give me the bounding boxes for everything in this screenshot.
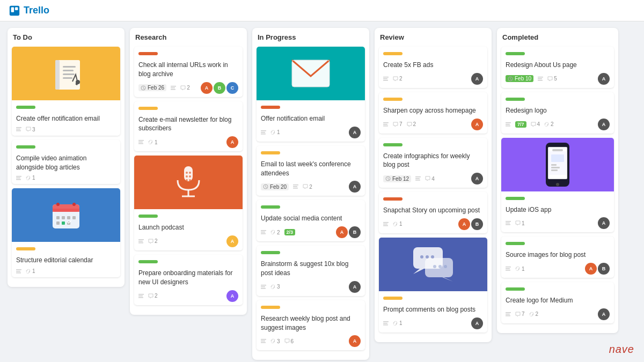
svg-point-47 [189,179,191,181]
card-avatars-res-2: A [226,136,238,148]
svg-rect-62 [293,188,298,189]
svg-point-46 [189,175,191,178]
card-label-comp-5 [506,287,525,291]
card-rev-3[interactable]: Create infographics for weekly blog post… [379,138,487,188]
svg-rect-111 [551,154,564,162]
svg-rect-4 [55,60,60,90]
card-comp-2[interactable]: Redesign logo7/7 4 2A [501,92,614,134]
card-label-rev-3 [383,143,402,146]
svg-rect-123 [506,315,510,316]
card-meta-ip-2: Feb 20 2A [261,181,361,193]
card-ip-1[interactable]: Offer notification email 1A [257,47,365,142]
svg-rect-108 [552,149,563,151]
svg-rect-70 [261,341,265,342]
card-avatars-ip-5: A [349,335,361,347]
card-todo-1[interactable]: Create offer notification email 3 [12,47,120,136]
card-label-todo-3 [16,247,35,250]
svg-rect-58 [261,134,266,135]
svg-rect-63 [261,230,266,231]
svg-rect-7 [63,73,75,75]
card-comments: 7 [515,311,525,317]
card-label-rev-5 [383,297,402,300]
card-res-3[interactable]: Launch podcast 2A [134,156,243,250]
card-rev-1[interactable]: Create 5x FB ads 2A [379,47,487,88]
card-desc-icon [138,239,144,244]
svg-rect-95 [383,321,389,322]
svg-point-94 [444,265,447,268]
svg-rect-83 [383,224,387,225]
card-avatars-rev-2: A [471,119,483,130]
card-attachments: 3 [270,284,280,290]
svg-rect-102 [506,122,511,123]
svg-point-21 [72,203,76,206]
card-meta-comp-3: 1A [506,217,610,229]
card-attachments: 3 [270,338,280,344]
card-desc-icon [16,127,21,132]
column-inprogress: In ProgressOffer notification email 1AEm… [252,28,369,360]
card-comp-3[interactable]: Update iOS app 1A [501,138,614,233]
card-meta-todo-1: 3 [16,127,116,132]
card-todo-3[interactable]: Structure editorial calendar 1 [12,188,120,277]
card-res-2[interactable]: Create e-mail newsletter for blog subscr… [134,101,243,152]
card-label-ip-4 [261,251,280,254]
svg-rect-116 [506,223,510,224]
card-title-res-1: Check all internal URLs work in blog arc… [138,61,238,79]
card-desc-icon [293,184,298,189]
card-label-res-2 [138,107,158,110]
card-title-todo-2: Compile video animation alongside blog a… [16,154,116,172]
svg-rect-82 [383,222,389,223]
card-ip-4[interactable]: Brainstorm & suggest 10x blog post ideas… [257,246,365,296]
svg-rect-73 [383,78,387,79]
card-date: Feb 10 [506,75,533,82]
svg-point-92 [433,265,436,268]
card-rev-4[interactable]: Snapchat Story on upcoming post 1AB [379,192,487,233]
card-label-res-3 [138,215,158,218]
card-avatars-ip-1: A [349,127,361,138]
card-meta-comp-2: 7/7 4 2A [506,119,610,130]
card-meta-res-4: 2A [138,290,238,302]
card-ip-5[interactable]: Research weekly blog post and suggest im… [257,300,365,351]
svg-rect-51 [138,294,144,295]
card-progress: 2/3 [284,229,296,235]
card-res-4[interactable]: Prepare onboarding materials for new UI … [134,255,243,305]
svg-rect-30 [16,271,20,272]
card-comments: 3 [26,127,35,132]
card-avatars-res-1: ABC [201,82,238,94]
svg-rect-11 [16,127,21,128]
avatar: A [598,217,610,229]
card-meta-todo-3: 1 [16,268,116,274]
board: To DoCreate offer notification email 3Co… [0,21,644,362]
trello-logo: Trello [9,5,49,17]
card-res-1[interactable]: Check all internal URLs work in blog arc… [134,47,243,97]
card-comp-5[interactable]: Create logo for Medium 7 2A [501,282,614,323]
card-title-comp-3: Update iOS app [506,205,610,215]
card-label-todo-2 [16,145,35,149]
svg-rect-49 [138,241,143,242]
avatar: A [598,308,610,320]
card-rev-5[interactable]: Prompt comments on blog posts 1A [379,238,487,333]
card-rev-2[interactable]: Sharpen copy across homepage 7 2A [379,92,487,134]
card-meta-res-1: Feb 26 2ABC [138,82,238,94]
card-comp-4[interactable]: Source images for blog post 1AB [501,237,614,278]
avatar: A [349,181,361,193]
avatar: A [226,235,238,247]
card-todo-2[interactable]: Compile video animation alongside blog a… [12,140,120,184]
svg-rect-14 [16,176,21,177]
card-avatars-rev-1: A [471,73,483,85]
card-ip-3[interactable]: Update social media content 22/3AB [257,200,365,241]
svg-rect-12 [16,129,20,130]
card-title-ip-4: Brainstorm & suggest 10x blog post ideas [261,260,361,278]
card-ip-2[interactable]: Email to last week's conference attendee… [257,146,365,196]
card-image-res-3 [134,156,243,209]
card-meta-todo-2: 1 [16,175,116,181]
card-meta-rev-3: Feb 12 4A [383,173,483,184]
card-desc-icon [261,130,266,135]
card-date: Feb 12 [383,175,411,182]
avatar: A [471,317,483,329]
svg-rect-27 [62,221,65,225]
svg-rect-74 [383,80,388,81]
svg-rect-115 [506,221,511,222]
svg-rect-69 [261,339,266,340]
card-progress2: 7/7 [515,121,526,128]
card-comp-1[interactable]: Redesign About Us page Feb 10 5A [501,47,614,88]
